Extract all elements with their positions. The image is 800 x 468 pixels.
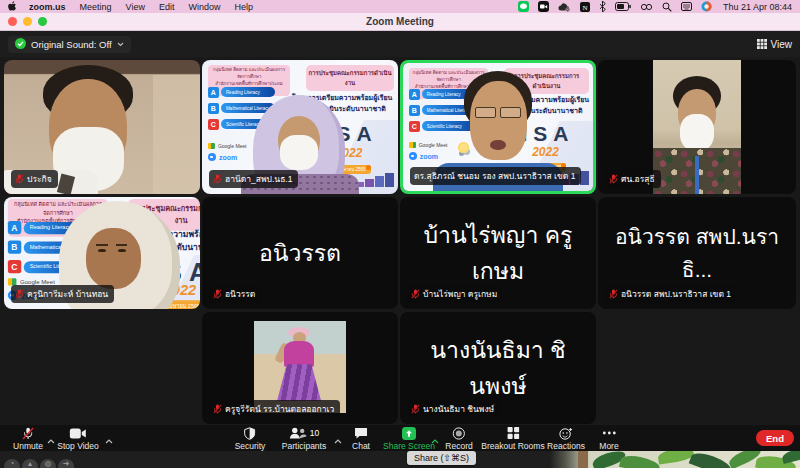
menu-help[interactable]: Help <box>234 2 253 12</box>
notion-app-icon[interactable]: N <box>580 2 590 12</box>
participants-icon <box>289 427 307 439</box>
background-app-icon: ◍ <box>40 459 56 468</box>
video-options-caret[interactable] <box>105 430 113 448</box>
macos-menu-bar: zoom.us Meeting View Edit Window Help N … <box>0 0 800 13</box>
unmute-label: Unmute <box>13 441 43 451</box>
line-app-icon[interactable] <box>518 1 529 12</box>
stop-video-button[interactable]: Stop Video <box>57 427 98 451</box>
menu-window[interactable]: Window <box>188 2 220 12</box>
share-options-caret[interactable] <box>431 430 439 448</box>
participants-options-caret[interactable] <box>334 430 342 448</box>
battery-icon <box>615 2 631 11</box>
zoom-camera-status-icon[interactable] <box>538 1 549 12</box>
video-tile-jureerat[interactable]: ครูจุรีรัตน์ รร.บ้านตอลออกาเว <box>202 312 398 424</box>
video-tile-hanida[interactable]: กลุ่มนิเทศ ติดตาม และประเมินผลการจัดการศ… <box>202 60 398 194</box>
record-button[interactable]: Record <box>445 427 472 451</box>
video-tile-active-speaker[interactable]: กลุ่มนิเทศ ติดตาม และประเมินผลการจัดการศ… <box>400 60 596 194</box>
input-source-icon[interactable] <box>681 2 692 11</box>
share-screen-button[interactable]: Share Screen <box>383 427 435 451</box>
spotlight-search-icon[interactable] <box>662 2 672 12</box>
participant-name: ดร.สุธิภรณ์ ชนอม รอง สพป.นราธิวาส เขต 1 <box>414 169 575 183</box>
participant-name-tag: ครูนิการีมะห์ บ้านทอน <box>11 285 114 303</box>
mic-muted-icon <box>411 289 420 299</box>
more-label: More <box>599 441 618 451</box>
cloud-sync-icon[interactable] <box>558 2 571 12</box>
participant-name: ครูนิการีมะห์ บ้านทอน <box>27 287 108 301</box>
more-button[interactable]: More <box>599 427 618 451</box>
participant-name-tag: อนิวรรต สพป.นราธิวาส เขต 1 <box>605 285 737 303</box>
menu-edit[interactable]: Edit <box>159 2 175 12</box>
desktop-wallpaper-strip: ◔ ▴ ◍ ➜ <box>0 451 800 468</box>
bluetooth-icon[interactable] <box>599 1 606 12</box>
audio-shield-icon <box>15 38 26 51</box>
security-button[interactable]: Security <box>235 427 266 451</box>
participant-name: อนิวรรต <box>225 287 255 301</box>
chat-button[interactable]: Chat <box>352 427 370 451</box>
reactions-label: Reactions <box>547 441 585 451</box>
participant-name: ฮานีดา_สพป.นธ.1 <box>225 172 292 186</box>
end-meeting-button[interactable]: End <box>756 430 794 446</box>
chat-bubble-icon <box>354 427 368 439</box>
video-tile-sn-orsuthi[interactable]: ศน.อรสุธี <box>598 60 796 194</box>
background-app-icon: ◔ <box>4 459 20 468</box>
original-sound-label: Original Sound: Off <box>31 39 112 50</box>
video-tile-prakit[interactable]: ประกิจ <box>4 60 200 194</box>
participant-name: อนิวรรต สพป.นราธิวาส เขต 1 <box>621 287 731 301</box>
participant-name-tag: อนิวรรต <box>209 285 261 303</box>
mic-muted-icon <box>411 404 420 414</box>
participant-name-tag: ฮานีดา_สพป.นธ.1 <box>209 170 298 188</box>
menu-bar-clock[interactable]: Thu 21 Apr 08:44 <box>723 2 792 12</box>
window-title-bar[interactable]: Zoom Meeting <box>0 13 800 31</box>
menu-view[interactable]: View <box>126 2 145 12</box>
unmute-button[interactable]: Unmute <box>13 427 43 451</box>
continuity-link-icon[interactable] <box>640 3 653 11</box>
participant-video <box>653 60 740 194</box>
grid-view-icon <box>757 39 767 51</box>
participant-name-tag: ศน.อรสุธี <box>605 170 661 188</box>
share-screen-label: Share Screen <box>383 441 435 451</box>
participant-name: ศน.อรสุธี <box>621 172 655 186</box>
reactions-smiley-icon <box>559 427 573 439</box>
audio-options-caret[interactable] <box>47 430 55 448</box>
participant-name-tag: ครูจุรีรัตน์ รร.บ้านตอลออกาเว <box>209 400 340 418</box>
record-label: Record <box>445 441 472 451</box>
mic-muted-icon <box>609 174 618 184</box>
mic-muted-icon <box>609 289 618 299</box>
shield-icon <box>244 427 256 439</box>
video-tile-aniwat-sppnara[interactable]: อนิวรรต สพป.นราธิ... อนิวรรต สพป.นราธิวา… <box>598 197 796 309</box>
window-title: Zoom Meeting <box>0 16 800 27</box>
participant-name: ครูจุรีรัตน์ รร.บ้านตอลออกาเว <box>225 402 334 416</box>
chat-label: Chat <box>352 441 370 451</box>
participants-label: Participants <box>282 441 326 451</box>
share-screen-icon <box>402 427 416 439</box>
breakout-rooms-button[interactable]: Breakout Rooms <box>481 427 544 451</box>
background-app-icon: ➜ <box>58 459 74 468</box>
original-sound-toggle[interactable]: Original Sound: Off <box>8 36 131 53</box>
stop-video-label: Stop Video <box>57 441 98 451</box>
more-dots-icon <box>602 427 616 439</box>
participant-name-tag: บ้านไร่พญา ครูเกษม <box>407 285 503 303</box>
participant-name-tag: ดร.สุธิภรณ์ ชนอม รอง สพป.นราธิวาส เขต 1 <box>410 167 581 185</box>
reactions-button[interactable]: Reactions <box>547 427 585 451</box>
breakout-rooms-icon <box>507 427 519 439</box>
breakout-rooms-label: Breakout Rooms <box>481 441 544 451</box>
video-tile-nanthima[interactable]: นางนันธิมา ชินพงษ์ นางนันธิมา ชินพงษ์ <box>400 312 596 424</box>
participant-name: บ้านไร่พญา ครูเกษม <box>423 287 497 301</box>
record-icon <box>453 427 466 439</box>
participants-button[interactable]: 10 Participants <box>282 427 326 451</box>
security-label: Security <box>235 441 266 451</box>
view-label: View <box>771 39 793 50</box>
mic-muted-icon <box>213 174 222 184</box>
view-button[interactable]: View <box>757 36 793 53</box>
mic-muted-icon <box>15 289 24 299</box>
menu-zoom-us[interactable]: zoom.us <box>29 2 66 12</box>
video-tile-banraipaya[interactable]: บ้านไร่พญา ครูเกษม บ้านไร่พญา ครูเกษม <box>400 197 596 309</box>
menu-meeting[interactable]: Meeting <box>80 2 112 12</box>
mic-muted-icon <box>22 427 34 439</box>
video-tile-aniwat[interactable]: อนิวรรต อนิวรรต <box>202 197 398 309</box>
participants-count: 10 <box>310 428 319 438</box>
siri-icon[interactable] <box>701 1 712 12</box>
apple-menu-icon[interactable] <box>8 1 17 12</box>
macos-screen: zoom.us Meeting View Edit Window Help N … <box>0 0 800 468</box>
video-tile-nikarimah[interactable]: กลุ่มนิเทศ ติดตาม และประเมินผลการจัดการศ… <box>4 197 200 309</box>
